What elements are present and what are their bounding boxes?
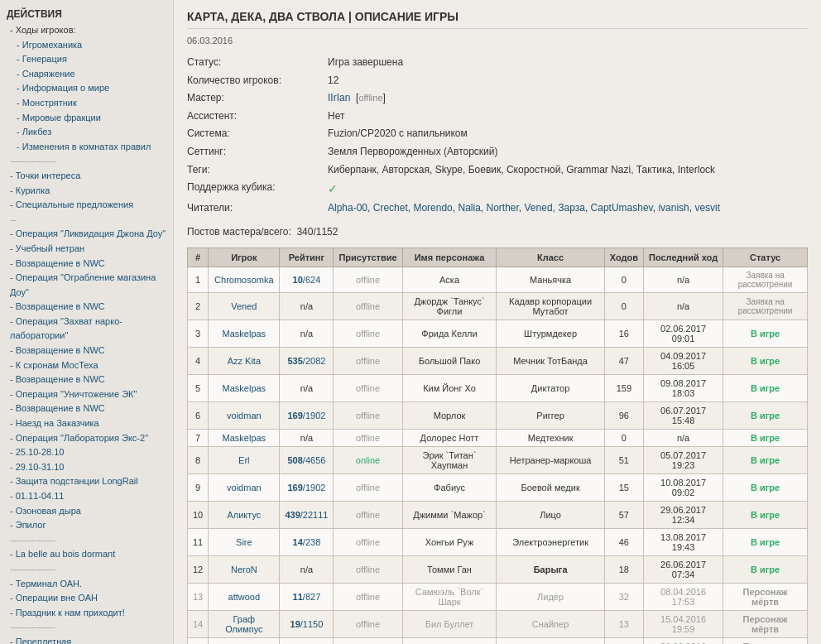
- col-rating: n/a: [280, 292, 334, 320]
- player-link[interactable]: Maskelpas: [223, 329, 266, 339]
- sidebar-divider: --: [7, 213, 166, 228]
- sidebar-item[interactable]: - Операция "Захват нарко-лаборатории": [7, 315, 166, 344]
- rating-link[interactable]: 508/4656: [288, 455, 326, 465]
- player-link[interactable]: Аликтус: [227, 510, 261, 520]
- master-link[interactable]: IIrIan: [328, 92, 350, 103]
- sidebar-divider: ---------------: [7, 154, 166, 169]
- sidebar-item[interactable]: - Операции вне ОАН: [7, 591, 166, 606]
- reader-link[interactable]: CaptUmashev: [591, 202, 653, 214]
- rating-link[interactable]: 19/1150: [290, 619, 324, 629]
- col-player: voidman: [209, 473, 280, 501]
- col-char-name: Эрик `Титан` Хаупман: [402, 446, 497, 473]
- sidebar-item[interactable]: - Операция "Уничтожение ЭК": [7, 387, 166, 402]
- sidebar-item[interactable]: - Эпилог: [7, 518, 166, 533]
- player-link[interactable]: voidman: [227, 411, 262, 421]
- reader-link[interactable]: Зарза: [558, 202, 585, 214]
- rating-link[interactable]: 11/827: [293, 592, 321, 602]
- col-last-move: 02.06.2017 09:01: [643, 320, 723, 347]
- setting-label: Сеттинг:: [187, 143, 328, 161]
- player-link[interactable]: NeroN: [231, 565, 257, 574]
- sidebar-item[interactable]: - К схронам МосТеха: [7, 358, 166, 373]
- col-status[interactable]: Персонаж мёртв: [723, 637, 808, 644]
- player-link[interactable]: Maskelpas: [223, 433, 266, 443]
- sidebar-item[interactable]: - Возвращение в NWC: [7, 344, 166, 358]
- sidebar-item[interactable]: - Праздник к нам приходит!: [7, 606, 166, 621]
- col-player: Аликтус: [209, 501, 280, 528]
- sidebar-item[interactable]: - Снаряжение: [7, 67, 166, 82]
- sidebar-item[interactable]: - La belle au bois dormant: [7, 547, 166, 562]
- rating-link[interactable]: 439/22111: [285, 510, 328, 520]
- sidebar-item[interactable]: - Игромеханика: [7, 38, 166, 53]
- sidebar-item[interactable]: - Мировые фракции: [7, 111, 166, 126]
- sidebar-item[interactable]: - Возвращение в NWC: [7, 401, 166, 416]
- sidebar-item[interactable]: - Генерация: [7, 52, 166, 67]
- player-link[interactable]: Erl: [238, 455, 249, 465]
- col-presence: offline: [334, 501, 402, 528]
- col-status[interactable]: Персонаж мёртв: [723, 610, 808, 637]
- col-status: В игре: [723, 347, 808, 374]
- col-player: Maskelpas: [209, 429, 280, 446]
- reader-link[interactable]: Norther: [487, 202, 519, 214]
- sidebar-item[interactable]: - 29.10-31.10: [7, 460, 166, 475]
- sidebar-item[interactable]: - Наезд на Заказчика: [7, 416, 166, 431]
- player-link[interactable]: Maskelpas: [223, 383, 266, 393]
- sidebar-item[interactable]: - Ликбез: [7, 125, 166, 140]
- sidebar-item[interactable]: - Озоновая дыра: [7, 504, 166, 519]
- sidebar-item[interactable]: - Возвращение в NWC: [7, 300, 166, 315]
- player-link[interactable]: Граф Олимпус: [225, 614, 262, 634]
- player-link[interactable]: Sire: [236, 537, 252, 547]
- col-moves: 16: [604, 320, 643, 347]
- col-char-name: Ким Йонг Хо: [402, 374, 497, 401]
- sidebar-item[interactable]: - Операция "Лаборатория Экс-2": [7, 431, 166, 446]
- sidebar-item[interactable]: - Переплетная: [7, 635, 166, 644]
- sidebar-item[interactable]: - Терминал ОАН.: [7, 577, 166, 592]
- col-player: voidman: [209, 401, 280, 429]
- col-presence: offline: [334, 555, 402, 583]
- reader-link[interactable]: Alpha-00: [328, 202, 367, 214]
- offline-status: offline: [356, 537, 380, 547]
- col-moves: 0: [604, 267, 643, 292]
- reader-link[interactable]: Nalia: [458, 202, 480, 214]
- sidebar-item[interactable]: - Курилка: [7, 184, 166, 199]
- sidebar-item[interactable]: - Операция "Ограбление магазина Доу": [7, 271, 166, 300]
- player-link[interactable]: Vened: [231, 301, 257, 311]
- col-moves: 0: [604, 429, 643, 446]
- player-link[interactable]: Azz Kita: [228, 356, 261, 366]
- col-status[interactable]: Персонаж мёртв: [723, 583, 808, 610]
- rating-link[interactable]: 14/238: [293, 537, 321, 547]
- col-rating: 508/4656: [280, 446, 334, 473]
- sidebar-item[interactable]: - Точки интереса: [7, 169, 166, 184]
- sidebar-item[interactable]: - Монстрятник: [7, 96, 166, 111]
- sidebar-item[interactable]: - Информация о мире: [7, 81, 166, 96]
- sidebar-item[interactable]: - 01.11-04.11: [7, 489, 166, 504]
- sidebar-item[interactable]: - Специальные предложения: [7, 198, 166, 213]
- player-link[interactable]: attwood: [228, 592, 261, 602]
- player-link[interactable]: Chromosomka: [214, 275, 274, 285]
- reader-link[interactable]: Vened: [525, 202, 553, 214]
- sidebar-item[interactable]: - Возвращение в NWC: [7, 257, 166, 272]
- sidebar-item[interactable]: - 25.10-28.10: [7, 445, 166, 460]
- player-link[interactable]: voidman: [227, 483, 262, 493]
- sidebar-item[interactable]: - Защита подстанции LongRail: [7, 474, 166, 489]
- sidebar-item[interactable]: - Изменения в комнатах правил: [7, 140, 166, 155]
- reader-link[interactable]: ivanish: [658, 202, 689, 214]
- reader-link[interactable]: vesvit: [694, 202, 720, 214]
- rating-link[interactable]: 169/1902: [288, 483, 326, 493]
- master-value: IIrIan [offline]: [328, 89, 386, 108]
- rating-link[interactable]: 169/1902: [288, 411, 326, 421]
- assistant-value: Нет: [328, 108, 344, 126]
- sidebar-item[interactable]: - Учебный нетран: [7, 242, 166, 257]
- rating-link[interactable]: 535/2082: [288, 356, 326, 366]
- table-row: 4Azz Kita535/2082offlineБольшой ПакоМечн…: [188, 347, 808, 374]
- col-status: В игре: [723, 401, 808, 429]
- col-class: Лидер: [497, 583, 604, 610]
- col-rating: 14/238: [280, 528, 334, 555]
- col-presence: online: [334, 446, 402, 473]
- reader-link[interactable]: Morendo: [413, 202, 452, 214]
- sidebar-divider: ---------------: [7, 562, 166, 577]
- readers-list: Alpha-00, Crechet, Morendo, Nalia, North…: [328, 202, 720, 214]
- rating-link[interactable]: 10/624: [293, 275, 321, 285]
- sidebar-item[interactable]: - Операция "Ликвидация Джона Доу": [7, 227, 166, 242]
- sidebar-item[interactable]: - Возвращение в NWC: [7, 372, 166, 387]
- reader-link[interactable]: Crechet: [373, 202, 408, 214]
